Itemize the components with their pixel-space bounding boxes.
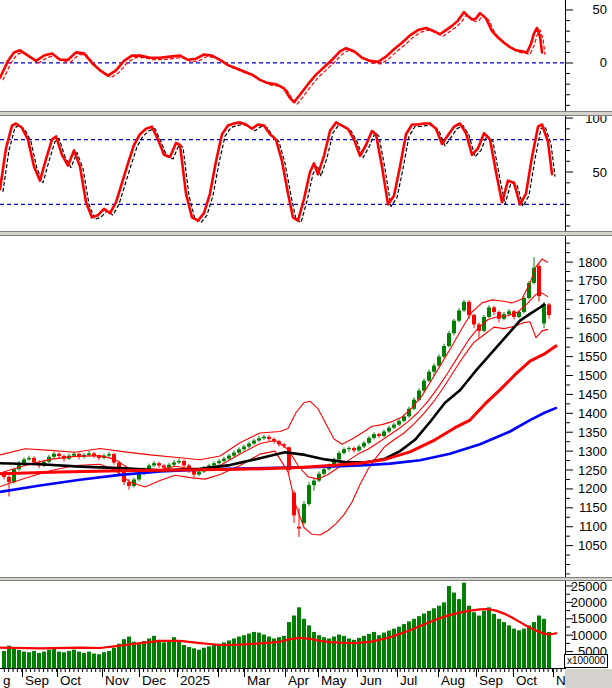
month-label: Jul [400,673,417,688]
month-label: Nov [105,673,129,688]
month-label: Sep [479,673,503,688]
y-tick-label: 1650 [578,311,607,326]
ma-blue-line [0,408,557,492]
y-tick-label: 50 [593,2,607,17]
volume-panel: 500010000150002000025000 [0,581,612,668]
y-axis-ticks: 500010000150002000025000 [565,581,607,660]
month-label: 2025 [180,673,210,688]
y-tick-label: 0 [600,55,607,70]
month-label: Dec [142,673,166,688]
candles-group [2,257,551,537]
y-tick-label: 1250 [578,463,607,478]
y-tick-label: 1700 [578,292,607,307]
y-tick-label: 1200 [578,481,607,496]
volume-scale-note: x100000 [564,654,608,668]
month-label: Jun [360,673,382,688]
volume-plot: 500010000150002000025000 [0,581,612,668]
price-plot: 1050110011501200125013001350140014501500… [0,236,612,577]
axis-corner [565,669,612,688]
month-label: Sep [25,673,49,688]
y-axis-ticks: 050 [565,2,607,105]
y-tick-label: 1500 [578,368,607,383]
price-panel: 1050110011501200125013001350140014501500… [0,236,612,577]
bollinger-lower-line [0,322,548,535]
y-tick-label: 1300 [578,444,607,459]
month-label: Apr [288,673,310,688]
volume-bars-group [2,583,551,668]
y-tick-label: 25000 [571,581,607,593]
month-label: Oct [60,673,81,688]
y-tick-label: 50 [593,165,607,180]
y-tick-label: 1600 [578,330,607,345]
y-tick-label: 1550 [578,349,607,364]
stochastic-panel: 50100 [0,116,612,231]
momentum-plot: 050 [0,0,612,111]
month-label: g [3,673,11,688]
y-axis-ticks: 1050110011501200125013001350140014501500… [565,243,607,574]
y-tick-label: 20000 [571,595,607,610]
momentum-line [0,12,542,102]
month-label: Oct [516,673,537,688]
y-tick-label: 1750 [578,273,607,288]
x-axis-ticks: gSepOctNovDec2025MarAprMayJunJulAugSepOc… [3,668,566,688]
time-axis: gSepOctNovDec2025MarAprMayJunJulAugSepOc… [0,668,612,688]
month-label: Mar [247,673,271,688]
ma-black-line [0,304,545,471]
y-tick-label: 10000 [571,628,607,643]
bollinger-upper-line [0,259,548,460]
y-tick-label: 1800 [578,255,607,270]
y-axis-ticks: 50100 [565,116,607,226]
y-tick-label: 1350 [578,425,607,440]
month-label: Aug [441,673,465,688]
momentum-signal-line [3,14,545,104]
y-tick-label: 1450 [578,387,607,402]
momentum-panel: 050 [0,0,612,111]
month-label: May [321,673,347,688]
y-tick-label: 1100 [579,519,607,534]
y-tick-label: 1150 [579,500,607,515]
technical-analysis-chart: 050 50100 105011001150120012501300135014… [0,0,612,688]
y-tick-label: 15000 [571,611,607,626]
y-tick-label: 1400 [578,406,607,421]
time-axis-plot: gSepOctNovDec2025MarAprMayJunJulAugSepOc… [0,668,612,688]
y-tick-label: 100 [585,116,607,126]
stochastic-plot: 50100 [0,116,612,231]
y-tick-label: 1050 [578,538,607,553]
